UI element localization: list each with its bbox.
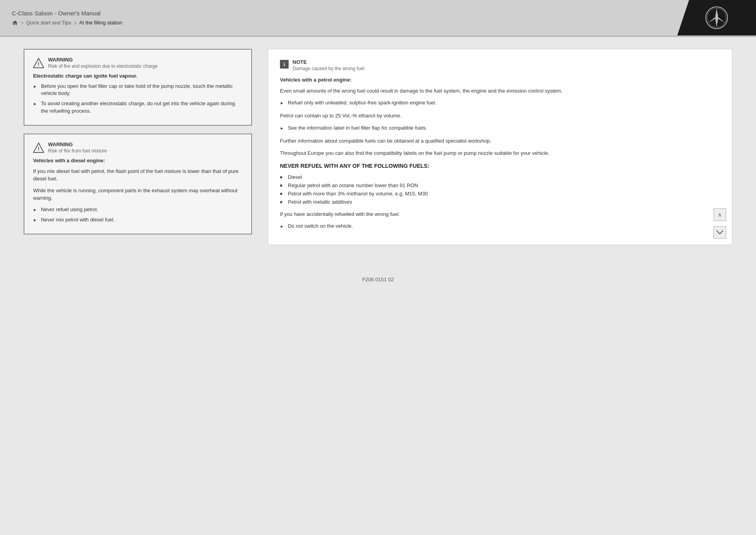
right-content: i NOTE Damage caused by the wrong fuel V… [280, 59, 720, 230]
footer-code: F206 0151 02 [362, 277, 394, 282]
arrow-icon: ► [33, 101, 37, 107]
bullet-text: See the information label in fuel filler… [288, 124, 427, 132]
right-bullets-1: ► Refuel only with unleaded, sulphur-fre… [280, 99, 720, 106]
svg-marker-5 [715, 18, 717, 27]
svg-text:!: ! [38, 146, 40, 152]
warning-title-2: WARNING [48, 141, 107, 147]
warning-lead-1: Electrostatic charge can ignite fuel vap… [33, 73, 243, 79]
main-content: ! WARNING Risk of fire and explosion due… [0, 37, 756, 269]
list-item: ► Before you open the fuel filler cap or… [33, 83, 243, 97]
warning-body-2: Vehicles with a diesel engine: If you mi… [33, 158, 243, 223]
scroll-down-button[interactable] [713, 226, 726, 239]
warning-box-1: ! WARNING Risk of fire and explosion due… [24, 49, 252, 126]
note-icon: i [280, 60, 289, 69]
list-item: Diesel [280, 174, 720, 180]
list-item: Regular petrol with an octane number low… [280, 182, 720, 188]
warning-bullets-2: ► Never refuel using petrol. ► Never mix… [33, 206, 243, 223]
right-para5: Throughout Europe you can also find the … [280, 149, 720, 157]
dot-icon [280, 201, 282, 203]
svg-marker-9 [717, 18, 725, 23]
warning-subtitle-2: Risk of fire from fuel mixture [48, 148, 107, 154]
mercedes-logo [705, 6, 728, 30]
svg-text:!: ! [38, 61, 40, 67]
arrow-icon: ► [33, 84, 37, 89]
warning-header-2: ! WARNING Risk of fire from fuel mixture [33, 141, 243, 154]
note-subtitle: Damage caused by the wrong fuel [293, 66, 364, 71]
header: C-Class Saloon - Owner's Manual > Quick … [0, 0, 756, 35]
right-bullets-3: ► Do not switch on the vehicle. [280, 223, 720, 230]
list-item: ► Do not switch on the vehicle. [280, 223, 720, 230]
never-list-item: Regular petrol with an octane number low… [288, 182, 418, 188]
scroll-up-button[interactable]: ∧ [713, 208, 726, 221]
right-para4: Further information about compatible fue… [280, 137, 720, 145]
warning-icon-1: ! [33, 58, 44, 69]
bullet-text: To avoid creating another electrostatic … [41, 100, 243, 114]
never-refuel-label: NEVER REFUEL WITH ANY OF THE FOLLOWING F… [280, 162, 720, 170]
bullet-text: Never mix petrol with diesel fuel. [41, 216, 115, 223]
arrow-icon: ► [280, 100, 284, 106]
list-item: ► Never mix petrol with diesel fuel. [33, 216, 243, 223]
never-refuel-list: Diesel Regular petrol with an octane num… [280, 174, 720, 205]
svg-point-10 [715, 16, 718, 19]
bullet-text: Before you open the fuel filler cap or t… [41, 83, 243, 97]
list-item: ► Refuel only with unleaded, sulphur-fre… [280, 99, 720, 106]
bullet-text: Refuel only with unleaded, sulphur-free … [288, 99, 436, 106]
footer: F206 0151 02 [0, 269, 756, 290]
dot-icon [280, 184, 282, 187]
warning-para1: If you mix diesel fuel with petrol, the … [33, 167, 243, 183]
warning-body-1: Electrostatic charge can ignite fuel vap… [33, 73, 243, 115]
warning-para2: While the vehicle is running, component … [33, 187, 243, 202]
list-item: ► Never refuel using petrol. [33, 206, 243, 213]
arrow-icon: ► [280, 126, 284, 131]
arrow-icon: ► [33, 207, 37, 213]
arrow-icon: ► [280, 224, 284, 229]
list-item: ► To avoid creating another electrostati… [33, 100, 243, 114]
never-list-item: Petrol with metallic additives [288, 199, 352, 205]
breadcrumb: > Quick start and Tips > At the filling … [12, 20, 665, 26]
right-para1: Vehicles with a petrol engine: [280, 76, 720, 84]
warning-icon-2: ! [33, 142, 44, 153]
never-list-item: Diesel [288, 174, 302, 180]
left-column: ! WARNING Risk of fire and explosion due… [24, 49, 252, 245]
svg-marker-2 [717, 8, 718, 18]
warning-title-block-1: WARNING Risk of fire and explosion due t… [48, 57, 158, 69]
bullet-text: Never refuel using petrol. [41, 206, 98, 213]
right-para3: Petrol can contain up to 25 Vol.-% ethan… [280, 112, 720, 120]
warning-box-2: ! WARNING Risk of fire from fuel mixture… [24, 134, 252, 234]
page-title: C-Class Saloon - Owner's Manual [12, 10, 665, 17]
right-para2: Even small amounts of the wrong fuel cou… [280, 87, 720, 95]
list-item: ► See the information label in fuel fill… [280, 124, 720, 132]
never-list-item: Petrol with more than 3% methanol by vol… [288, 191, 428, 197]
note-title: NOTE [293, 59, 364, 65]
header-left: C-Class Saloon - Owner's Manual > Quick … [0, 0, 677, 35]
warning-lead-2: Vehicles with a diesel engine: [33, 158, 243, 163]
right-bullets-2: ► See the information label in fuel fill… [280, 124, 720, 132]
chevron-down-icon [716, 230, 723, 235]
breadcrumb-sep-1: > [20, 20, 24, 26]
bullet-text: Do not switch on the vehicle. [288, 223, 353, 230]
right-para6: If you have accidentally refuelled with … [280, 210, 720, 218]
svg-marker-4 [717, 18, 718, 27]
warning-title-block-2: WARNING Risk of fire from fuel mixture [48, 141, 107, 154]
note-header: i NOTE Damage caused by the wrong fuel [280, 59, 720, 71]
home-icon[interactable] [12, 20, 18, 26]
logo-area [677, 0, 756, 35]
warning-bullets-1: ► Before you open the fuel filler cap or… [33, 83, 243, 115]
svg-marker-7 [708, 18, 717, 23]
breadcrumb-sep-2: > [74, 20, 77, 26]
breadcrumb-current: At the filling station [79, 20, 122, 26]
warning-header-1: ! WARNING Risk of fire and explosion due… [33, 57, 243, 69]
svg-marker-3 [715, 8, 717, 18]
dot-icon [280, 193, 282, 195]
note-title-block: NOTE Damage caused by the wrong fuel [293, 59, 364, 71]
list-item: Petrol with metallic additives [280, 199, 720, 205]
dot-icon [280, 176, 282, 178]
arrow-icon: ► [33, 217, 37, 223]
list-item: Petrol with more than 3% methanol by vol… [280, 191, 720, 197]
warning-title-1: WARNING [48, 57, 158, 63]
breadcrumb-step1[interactable]: Quick start and Tips [26, 20, 71, 26]
warning-subtitle-1: Risk of fire and explosion due to electr… [48, 63, 158, 69]
right-column: i NOTE Damage caused by the wrong fuel V… [268, 49, 732, 245]
